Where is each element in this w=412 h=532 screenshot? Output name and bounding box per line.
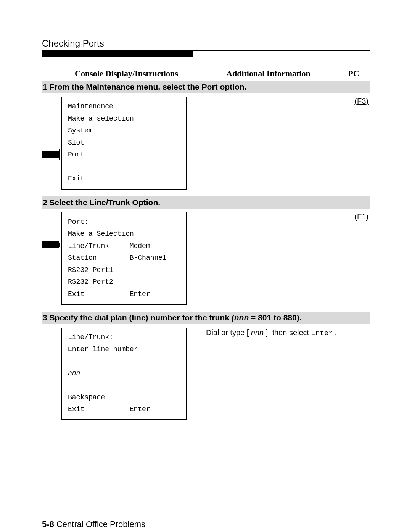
step1-row: Maintendnce Make a selection System Slot… <box>42 97 370 190</box>
title-underline <box>42 50 370 57</box>
console-line: Exit <box>68 288 84 301</box>
fkey-label: (F1) <box>354 212 370 223</box>
instr-pre: Dial or type [ <box>206 328 251 337</box>
console-line: Enter line number <box>68 344 180 356</box>
page-footer: 5-8 Central Office Problems <box>42 519 370 529</box>
page-title: Checking Ports <box>42 38 370 49</box>
step2-title: 2 Select the Line/Trunk Option. <box>42 196 370 209</box>
console-line <box>68 161 180 173</box>
console-line: Maintendnce <box>68 101 180 113</box>
console-line: Station <box>68 252 97 264</box>
header-pc: PC <box>337 69 370 79</box>
console-line: System <box>68 125 180 137</box>
console-line: Line/Trunk: <box>68 331 180 344</box>
instr-var: nnn <box>251 328 264 337</box>
console-line: Backspace <box>68 392 180 404</box>
footer-text: Central Office Problems <box>54 519 145 529</box>
console-display-1: Maintendnce Make a selection System Slot… <box>61 97 187 190</box>
instr-mid: ], then select <box>264 328 311 337</box>
console-line: RS232 Port1 <box>68 264 180 276</box>
footer-page-num: 5-8 <box>42 519 54 529</box>
step3-row: Line/Trunk: Enter line number nnn Backsp… <box>42 328 370 420</box>
step3-title-var: (nnn <box>232 313 249 322</box>
step1-title: 1 From the Maintenance menu, select the … <box>42 81 370 93</box>
column-headers: Console Display/Instructions Additional … <box>42 69 370 81</box>
step3-title: 3 Specify the dial plan (line) number fo… <box>42 312 370 324</box>
console-line: Slot <box>68 137 180 149</box>
console-line: Port <box>68 149 180 161</box>
console-line <box>68 379 180 392</box>
console-line: Port: <box>68 216 180 228</box>
instruction-text: Dial or type [ nnn ], then select Enter. <box>202 328 370 338</box>
console-line: Make a Selection <box>68 228 180 240</box>
console-line: Line/Trunk <box>68 240 109 252</box>
console-line: Exit <box>68 403 84 416</box>
console-line: Modem <box>130 240 180 252</box>
console-line: Enter <box>130 403 180 416</box>
step3-title-pre: 3 Specify the dial plan (line) number fo… <box>43 313 232 322</box>
console-line: Make a selection <box>68 113 180 125</box>
instr-mono: Enter. <box>311 329 337 338</box>
fkey-label: (F3) <box>354 97 370 107</box>
console-line-var: nnn <box>68 368 180 380</box>
console-line: RS232 Port2 <box>68 276 180 288</box>
console-line <box>68 355 180 368</box>
marker-icon <box>42 241 59 248</box>
console-line: B-Channel <box>130 252 180 264</box>
console-display-3: Line/Trunk: Enter line number nnn Backsp… <box>61 328 187 420</box>
header-console: Console Display/Instructions <box>42 69 200 79</box>
console-line: Exit <box>68 173 180 185</box>
console-line: Enter <box>130 288 180 301</box>
header-additional: Additional Information <box>200 69 337 79</box>
marker-icon <box>42 151 59 158</box>
console-display-2: Port: Make a Selection Line/Trunk Modem … <box>61 212 187 305</box>
step3-title-post: = 801 to 880). <box>249 313 301 322</box>
step2-row: Port: Make a Selection Line/Trunk Modem … <box>42 212 370 305</box>
